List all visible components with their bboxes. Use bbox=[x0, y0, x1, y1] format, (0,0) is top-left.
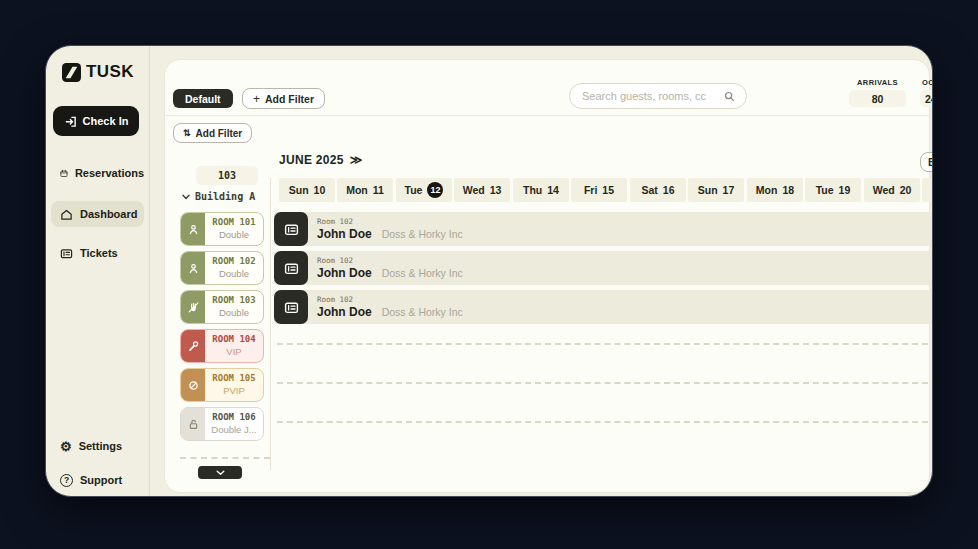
reservation-guest: John Doe bbox=[317, 305, 372, 319]
home-icon bbox=[60, 208, 73, 221]
hand-slash-icon bbox=[181, 291, 205, 323]
day-header[interactable]: Mon18 bbox=[747, 178, 803, 202]
room-number: ROOM 101 bbox=[212, 217, 255, 228]
toolbar-divider bbox=[165, 115, 929, 116]
room-type: Double J... bbox=[211, 424, 256, 436]
reservation-room: Room 102 bbox=[317, 295, 463, 304]
room-number: ROOM 105 bbox=[212, 373, 255, 384]
reservation-guest: John Doe bbox=[317, 266, 372, 280]
sidebar-item-label: Tickets bbox=[80, 247, 118, 259]
room-card-102[interactable]: ROOM 102Double bbox=[180, 251, 264, 285]
rooms-count-badge: 103 bbox=[196, 166, 258, 185]
day-header-current[interactable]: Tue12 bbox=[396, 178, 452, 202]
occupancy-label: OCC bbox=[920, 78, 933, 87]
room-card-104[interactable]: ROOM 104VIP bbox=[180, 329, 264, 363]
wrench-icon bbox=[181, 330, 205, 362]
sidebar-item-dashboard[interactable]: Dashboard bbox=[51, 201, 144, 227]
expand-rooms-button[interactable] bbox=[198, 466, 242, 479]
day-header[interactable]: Sun10 bbox=[279, 178, 335, 202]
search-box bbox=[569, 83, 747, 109]
room-card-101[interactable]: ROOM 101Double bbox=[180, 212, 264, 246]
day-header[interactable]: Sun17 bbox=[688, 178, 744, 202]
day-header[interactable]: Fri15 bbox=[571, 178, 627, 202]
view-preset-button[interactable]: Default bbox=[173, 89, 233, 108]
rooms-timeline-divider bbox=[270, 178, 271, 470]
clipped-edge-button[interactable]: B bbox=[920, 152, 933, 172]
add-filter-secondary-button[interactable]: ⇅ Add Filter bbox=[173, 123, 252, 143]
logo-text: TUSK bbox=[86, 62, 134, 82]
room-type: Double bbox=[219, 229, 249, 241]
building-group-label: Building A bbox=[195, 191, 255, 202]
day-header[interactable]: Tue19 bbox=[805, 178, 861, 202]
month-forward-icon[interactable]: ≫ bbox=[350, 153, 363, 167]
room-card-103[interactable]: ROOM 103Double bbox=[180, 290, 264, 324]
sidebar-item-label: Reservations bbox=[75, 167, 144, 179]
reservation-room: Room 102 bbox=[317, 217, 463, 226]
occupancy-value: 24 bbox=[920, 90, 933, 107]
room-type: Double bbox=[219, 307, 249, 319]
empty-row-divider bbox=[277, 421, 933, 423]
chevron-down-icon bbox=[182, 194, 190, 200]
month-header: JUNE 2025 ≫ bbox=[279, 153, 363, 167]
sidebar-item-label: Settings bbox=[79, 440, 122, 452]
search-icon[interactable] bbox=[723, 90, 736, 103]
room-card-105[interactable]: ROOM 105PVIP bbox=[180, 368, 264, 402]
reservation-row[interactable]: Room 102 John Doe Doss & Horky Inc bbox=[274, 290, 933, 324]
reservation-room: Room 102 bbox=[317, 256, 463, 265]
sidebar-item-label: Support bbox=[80, 474, 122, 486]
day-header[interactable]: Wed13 bbox=[454, 178, 510, 202]
blocked-icon bbox=[181, 369, 205, 401]
search-input[interactable] bbox=[580, 89, 717, 103]
question-circle-icon: ? bbox=[60, 474, 73, 487]
sidebar-item-reservations[interactable]: Reservations bbox=[51, 160, 144, 186]
check-in-label: Check In bbox=[83, 115, 129, 127]
gear-icon: ⚙ bbox=[60, 440, 72, 453]
guest-icon bbox=[181, 213, 205, 245]
sidebar-item-label: Dashboard bbox=[80, 208, 137, 220]
reservation-ticket-icon bbox=[274, 290, 308, 324]
occupancy-stat: OCC 24 bbox=[920, 78, 933, 107]
clipped-edge-button-label: B bbox=[928, 156, 933, 168]
room-type: VIP bbox=[226, 346, 241, 358]
plus-icon: + bbox=[253, 94, 260, 104]
reservation-row[interactable]: Room 102 John Doe Doss & Horky Inc bbox=[274, 212, 933, 246]
day-header[interactable]: Wed20 bbox=[864, 178, 920, 202]
check-in-button[interactable]: Check In bbox=[53, 106, 139, 136]
arrivals-label: ARRIVALS bbox=[849, 78, 906, 87]
sidebar-item-tickets[interactable]: Tickets bbox=[51, 240, 144, 266]
check-in-icon bbox=[64, 115, 77, 128]
empty-row-divider bbox=[277, 382, 933, 384]
day-header[interactable]: Thu14 bbox=[513, 178, 569, 202]
day-header[interactable]: Sat16 bbox=[630, 178, 686, 202]
sidebar: TUSK Check In Reservations Dashboard bbox=[46, 46, 150, 496]
add-filter-label: Add Filter bbox=[265, 93, 314, 105]
arrivals-stat: ARRIVALS 80 bbox=[849, 78, 906, 107]
chevron-down-icon bbox=[216, 470, 225, 476]
tusk-logo-icon bbox=[62, 63, 81, 82]
sort-arrows-icon: ⇅ bbox=[183, 129, 191, 138]
sidebar-item-settings[interactable]: ⚙ Settings bbox=[51, 435, 144, 457]
room-card-106[interactable]: ROOM 106Double J... bbox=[180, 407, 264, 441]
reservation-ticket-icon bbox=[274, 212, 308, 246]
sidebar-item-support[interactable]: ? Support bbox=[51, 469, 144, 491]
building-group-toggle[interactable]: Building A bbox=[182, 191, 255, 202]
reservation-company: Doss & Horky Inc bbox=[382, 306, 463, 318]
arrivals-value: 80 bbox=[849, 90, 906, 107]
reservation-row[interactable]: Room 102 John Doe Doss & Horky Inc bbox=[274, 251, 933, 285]
calendar-icon bbox=[60, 167, 68, 180]
app-window: TUSK Check In Reservations Dashboard bbox=[45, 45, 933, 497]
ticket-icon bbox=[60, 247, 73, 260]
month-label: JUNE 2025 bbox=[279, 153, 344, 167]
main-panel: Default + Add Filter ARRIVALS 80 OCC 24 … bbox=[164, 59, 930, 493]
reservation-company: Doss & Horky Inc bbox=[382, 228, 463, 240]
room-number: ROOM 102 bbox=[212, 256, 255, 267]
day-header-partial[interactable]: Thu21 bbox=[922, 178, 933, 202]
room-number: ROOM 104 bbox=[212, 334, 255, 345]
room-number: ROOM 103 bbox=[212, 295, 255, 306]
unlock-icon bbox=[181, 408, 205, 440]
add-filter-button[interactable]: + Add Filter bbox=[242, 88, 325, 109]
day-header[interactable]: Mon11 bbox=[337, 178, 393, 202]
room-type: Double bbox=[219, 268, 249, 280]
reservation-company: Doss & Horky Inc bbox=[382, 267, 463, 279]
add-filter-label: Add Filter bbox=[196, 128, 243, 139]
